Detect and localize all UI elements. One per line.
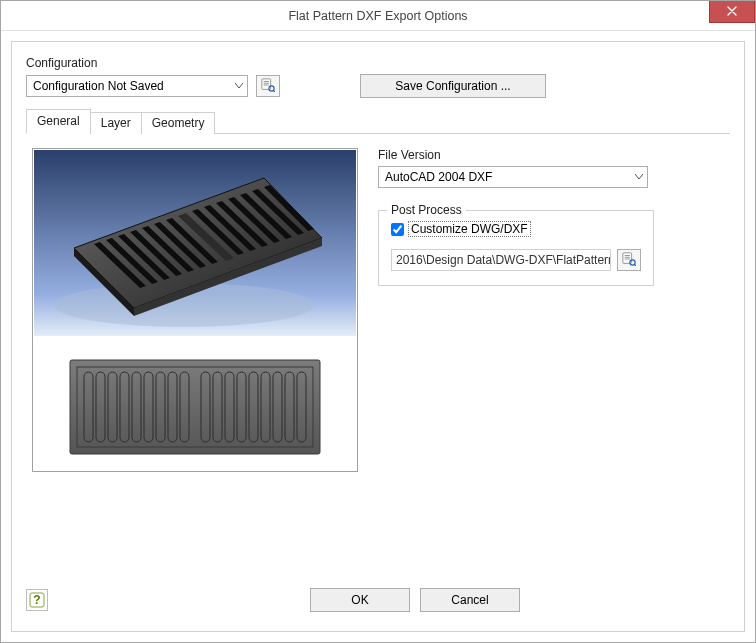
configuration-select[interactable]: Configuration Not Saved <box>26 75 248 97</box>
tab-content: File Version AutoCAD 2004 DXF Post Proce… <box>26 134 730 579</box>
ok-button[interactable]: OK <box>310 588 410 612</box>
file-version-label: File Version <box>378 148 724 162</box>
customize-checkbox[interactable] <box>391 223 404 236</box>
titlebar: Flat Pattern DXF Export Options <box>1 1 755 31</box>
svg-text:?: ? <box>33 593 40 607</box>
configuration-label: Configuration <box>26 56 730 70</box>
close-button[interactable] <box>709 1 755 23</box>
configuration-row: Configuration Not Saved Save Configurati… <box>26 74 730 98</box>
close-icon <box>727 5 737 19</box>
dialog-window: Flat Pattern DXF Export Options Configur… <box>0 0 756 643</box>
tab-geometry-label: Geometry <box>152 116 205 130</box>
configuration-select-value: Configuration Not Saved <box>33 79 164 93</box>
xml-path-field[interactable]: 2016\Design Data\DWG-DXF\FlatPattern.xml <box>391 249 611 271</box>
post-process-group: Post Process Customize DWG/DXF 2016\Desi… <box>378 210 654 286</box>
tab-geometry[interactable]: Geometry <box>141 112 216 134</box>
help-icon: ? <box>29 592 45 608</box>
cancel-button[interactable]: Cancel <box>420 588 520 612</box>
xml-path-browse-button[interactable] <box>617 249 641 271</box>
customize-row: Customize DWG/DXF <box>391 221 641 237</box>
browse-icon <box>622 252 636 269</box>
client-area: Configuration Configuration Not Saved <box>11 41 745 632</box>
chevron-down-icon <box>635 174 643 180</box>
save-configuration-button[interactable]: Save Configuration ... <box>360 74 546 98</box>
post-process-legend: Post Process <box>387 203 466 217</box>
window-title: Flat Pattern DXF Export Options <box>288 9 467 23</box>
file-version-select[interactable]: AutoCAD 2004 DXF <box>378 166 648 188</box>
file-version-value: AutoCAD 2004 DXF <box>385 170 492 184</box>
configuration-browse-button[interactable] <box>256 75 280 97</box>
tab-layer-label: Layer <box>101 116 131 130</box>
ok-label: OK <box>351 593 368 607</box>
cancel-label: Cancel <box>451 593 488 607</box>
tab-strip: General Layer Geometry <box>26 108 730 134</box>
preview-image <box>34 150 356 470</box>
customize-label[interactable]: Customize DWG/DXF <box>408 221 531 237</box>
tab-layer[interactable]: Layer <box>90 112 142 134</box>
footer: ? OK Cancel <box>26 579 730 621</box>
preview-pane <box>32 148 358 472</box>
browse-icon <box>261 78 275 95</box>
tab-general-label: General <box>37 114 80 128</box>
save-configuration-label: Save Configuration ... <box>395 79 510 93</box>
chevron-down-icon <box>235 83 243 89</box>
tab-general[interactable]: General <box>26 109 91 134</box>
path-row: 2016\Design Data\DWG-DXF\FlatPattern.xml <box>391 249 641 271</box>
help-button[interactable]: ? <box>26 589 48 611</box>
right-column: File Version AutoCAD 2004 DXF Post Proce… <box>378 148 724 573</box>
